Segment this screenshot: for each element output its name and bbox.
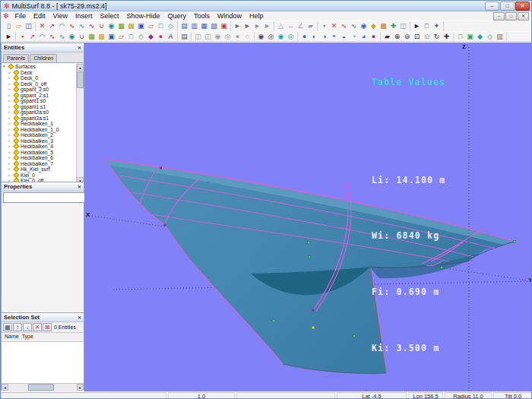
select-fence-icon[interactable]: □	[422, 21, 432, 31]
tree-item[interactable]: ▹ Heckbalken_2	[2, 132, 77, 138]
filter-magnet-icon[interactable]: ∪	[77, 32, 87, 42]
zoom-out-icon[interactable]: ⊖	[402, 32, 412, 42]
filter-text-icon[interactable]: A	[166, 32, 176, 42]
rebuild-icon[interactable]: ◫	[398, 21, 408, 31]
ring-tool-icon[interactable]: ◉	[106, 21, 116, 31]
mdi-close-button[interactable]: ✕	[518, 12, 529, 21]
offset-icon[interactable]: ▰	[306, 21, 315, 31]
pan-view-icon[interactable]: ✚	[442, 32, 451, 42]
top-view-icon[interactable]: ◓	[329, 32, 339, 42]
expander-closed-icon[interactable]: ▹	[7, 93, 12, 99]
line-tool-icon[interactable]: ↗	[47, 21, 57, 31]
selection-hscrollbar[interactable]: ◄ ►	[2, 383, 84, 391]
snake-tool-icon[interactable]: ∿	[87, 21, 97, 31]
rotate-view-icon[interactable]: ↻	[432, 32, 442, 42]
tree-item[interactable]: ▹ Heckbalken_5	[2, 150, 77, 156]
mdi-restore-button[interactable]: □	[505, 12, 517, 21]
tree-item[interactable]: ▹ Deck_0	[2, 75, 77, 81]
menu-item[interactable]: Edit	[30, 11, 49, 21]
view-window-1-icon[interactable]: ▤	[179, 21, 189, 31]
remove-selected-icon[interactable]: ✕	[33, 323, 42, 331]
view-window-3-icon[interactable]: ▦	[199, 21, 209, 31]
filter-bead-icon[interactable]: ●	[156, 32, 166, 42]
menu-item[interactable]: View	[49, 11, 71, 21]
filter-ccurve-icon[interactable]: ∿	[57, 32, 67, 42]
expander-closed-icon[interactable]: ▹	[7, 109, 12, 116]
bottom-view-icon[interactable]: ◒	[339, 32, 349, 42]
scroll-up-icon[interactable]: ▲	[77, 64, 84, 71]
move-up-icon[interactable]: ↑	[13, 323, 22, 331]
filter-bcurve-icon[interactable]: ∿	[47, 32, 57, 42]
fit-curve-icon[interactable]: ∿	[339, 21, 349, 31]
filter-solid-icon[interactable]: ▣	[106, 32, 116, 42]
pen-tool-icon[interactable]: ▰	[382, 32, 392, 42]
expander-closed-icon[interactable]: ▹	[7, 81, 12, 87]
delete-point-icon[interactable]: ✕	[329, 21, 339, 31]
tree-item[interactable]: ▹ gspant_2:s0	[2, 87, 77, 93]
expander-closed-icon[interactable]: ▹	[7, 127, 12, 133]
filter-frame-icon[interactable]: □	[126, 32, 136, 42]
view-window-2-icon[interactable]: ▥	[189, 21, 199, 31]
entities-tab[interactable]: Parents	[3, 54, 29, 62]
knot-icon[interactable]: ◉	[359, 21, 369, 31]
shaded-mode-icon[interactable]: ▣	[465, 32, 475, 42]
save-icon[interactable]: ◫	[24, 21, 33, 31]
tree-item[interactable]: ▹ gspant2a:s1	[2, 116, 77, 122]
wireframe-mode-icon[interactable]: □	[455, 32, 465, 42]
bcurve-tool-icon[interactable]: ∿	[67, 21, 77, 31]
filter-plane-icon[interactable]: ▱	[116, 32, 126, 42]
nudge-tool-icon[interactable]: ►	[233, 21, 242, 31]
select-arrow-icon[interactable]: ►	[412, 21, 422, 31]
eye-show-icon[interactable]: ◉	[256, 32, 266, 42]
pick-arrow-icon[interactable]: ►	[4, 32, 14, 42]
expander-closed-icon[interactable]: ▹	[7, 150, 12, 156]
expander-closed-icon[interactable]: ▹	[7, 98, 12, 104]
tree-root-surfaces[interactable]: ▾ Surfaces	[2, 64, 77, 70]
home-view-icon[interactable]: ●	[299, 32, 309, 42]
custom-view-icon[interactable]: ●	[369, 32, 378, 42]
tree-item[interactable]: ▹ gspant2a:s0	[2, 109, 77, 116]
plane-tool-icon[interactable]: ▱	[146, 21, 156, 31]
filter-line-icon[interactable]: ↗	[27, 32, 37, 42]
viewport-3d[interactable]: X Y Z Table Values Li: 14.100 m Wi: 6840…	[84, 43, 532, 392]
selection-list[interactable]	[2, 342, 84, 383]
clear-all-icon[interactable]: ⊠	[43, 323, 52, 331]
filter-variable-icon[interactable]: ◇	[136, 32, 146, 42]
zoom-in-icon[interactable]: ⊕	[392, 32, 402, 42]
expander-closed-icon[interactable]: ▹	[7, 144, 12, 150]
tree-item[interactable]: ▹ gspant_2:s1	[2, 93, 77, 99]
ccurve-tool-icon[interactable]: ∿	[77, 21, 87, 31]
mdi-minimize-button[interactable]: –	[493, 12, 505, 21]
close-panel-icon[interactable]: ✕	[78, 184, 81, 189]
eye-hide-icon[interactable]: ◎	[266, 32, 276, 42]
scroll-left-icon[interactable]: ◄	[2, 384, 8, 391]
tree-item[interactable]: ▹ Heckbalken_1_0	[2, 127, 77, 133]
filter-patch-icon[interactable]: ▩	[97, 32, 106, 42]
side-view-icon[interactable]: ◔	[349, 32, 359, 42]
expander-closed-icon[interactable]: ▹	[7, 161, 12, 167]
surface-tool-icon[interactable]: ▦	[116, 21, 126, 31]
tree-item[interactable]: ▹ Hk_Kiel_surf	[2, 166, 77, 173]
tree-item[interactable]: ▹ Heckbalken_3	[2, 138, 77, 144]
zoom-window-icon[interactable]: ⊡	[412, 32, 422, 42]
expander-closed-icon[interactable]: ▹	[7, 70, 12, 76]
weight-icon[interactable]: ◆	[369, 21, 378, 31]
expander-closed-icon[interactable]: ▹	[7, 173, 12, 179]
tree-item[interactable]: ▹ Heckbalken_6	[2, 155, 77, 161]
insert-point-icon[interactable]: ▪	[319, 21, 329, 31]
maximize-button[interactable]: □	[500, 2, 515, 11]
zoom-previous-icon[interactable]: ⊙	[422, 32, 432, 42]
filter-relation-icon[interactable]: ◆	[146, 32, 156, 42]
close-panel-icon[interactable]: ✕	[78, 45, 81, 50]
menu-item[interactable]: Show-Hide	[122, 11, 163, 21]
angle-icon[interactable]: ∠	[296, 21, 306, 31]
expander-closed-icon[interactable]: ▹	[7, 87, 12, 93]
filter-surface-icon[interactable]: ▦	[87, 32, 97, 42]
fair-curve-icon[interactable]: ∿	[349, 21, 359, 31]
menu-item[interactable]: Insert	[71, 11, 97, 21]
patch-tool-icon[interactable]: ▩	[126, 21, 136, 31]
expander-closed-icon[interactable]: ▹	[7, 166, 12, 173]
menu-item[interactable]: Help	[245, 11, 268, 21]
expander-closed-icon[interactable]: ▹	[7, 104, 12, 110]
expander-closed-icon[interactable]: ▹	[7, 132, 12, 138]
